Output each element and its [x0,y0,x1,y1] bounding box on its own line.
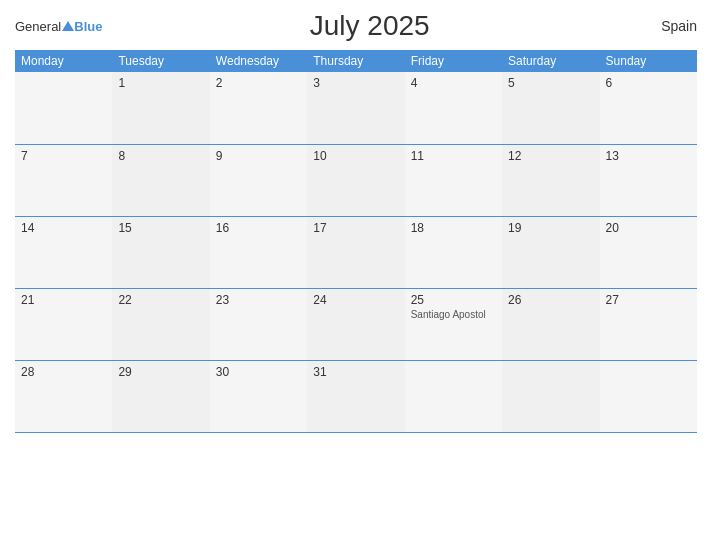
day-number: 29 [118,365,203,379]
calendar-cell: 19 [502,216,599,288]
calendar-cell: 5 [502,72,599,144]
calendar-cell: 9 [210,144,307,216]
day-number: 15 [118,221,203,235]
logo-triangle-icon [62,21,74,31]
day-number: 11 [411,149,496,163]
calendar-week-row: 14151617181920 [15,216,697,288]
weekday-header: Tuesday [112,50,209,72]
day-number: 20 [606,221,691,235]
calendar-week-row: 2122232425Santiago Apostol2627 [15,288,697,360]
calendar-cell: 12 [502,144,599,216]
weekday-header: Sunday [600,50,697,72]
day-number: 3 [313,76,398,90]
calendar-cell: 22 [112,288,209,360]
calendar-cell: 28 [15,360,112,432]
day-number: 10 [313,149,398,163]
calendar-header: General Blue July 2025 Spain [15,10,697,42]
calendar-cell: 7 [15,144,112,216]
weekday-header: Friday [405,50,502,72]
calendar-cell: 20 [600,216,697,288]
day-number: 22 [118,293,203,307]
calendar-cell [600,360,697,432]
calendar-cell: 17 [307,216,404,288]
day-number: 21 [21,293,106,307]
calendar-week-row: 78910111213 [15,144,697,216]
country-label: Spain [637,18,697,34]
day-number: 13 [606,149,691,163]
calendar-week-row: 28293031 [15,360,697,432]
day-number: 7 [21,149,106,163]
calendar-cell: 2 [210,72,307,144]
day-number: 19 [508,221,593,235]
calendar-cell: 3 [307,72,404,144]
month-title: July 2025 [102,10,637,42]
calendar-cell: 1 [112,72,209,144]
calendar-cell: 18 [405,216,502,288]
calendar-week-row: 123456 [15,72,697,144]
day-number: 17 [313,221,398,235]
day-number: 4 [411,76,496,90]
calendar-cell: 4 [405,72,502,144]
day-number: 25 [411,293,496,307]
day-number: 28 [21,365,106,379]
day-number: 16 [216,221,301,235]
calendar-table: MondayTuesdayWednesdayThursdayFridaySatu… [15,50,697,433]
day-number: 30 [216,365,301,379]
calendar-cell: 25Santiago Apostol [405,288,502,360]
calendar-cell: 21 [15,288,112,360]
day-number: 14 [21,221,106,235]
calendar-cell [405,360,502,432]
calendar-cell [15,72,112,144]
calendar-cell: 23 [210,288,307,360]
day-number: 1 [118,76,203,90]
day-number: 18 [411,221,496,235]
day-number: 6 [606,76,691,90]
day-number: 27 [606,293,691,307]
calendar-cell: 30 [210,360,307,432]
weekday-header-row: MondayTuesdayWednesdayThursdayFridaySatu… [15,50,697,72]
event-label: Santiago Apostol [411,309,496,320]
logo-blue-text: Blue [74,20,102,33]
day-number: 5 [508,76,593,90]
weekday-header: Wednesday [210,50,307,72]
day-number: 31 [313,365,398,379]
calendar-cell: 31 [307,360,404,432]
day-number: 12 [508,149,593,163]
day-number: 24 [313,293,398,307]
calendar-cell [502,360,599,432]
calendar-cell: 27 [600,288,697,360]
day-number: 8 [118,149,203,163]
weekday-header: Saturday [502,50,599,72]
calendar-cell: 8 [112,144,209,216]
day-number: 9 [216,149,301,163]
weekday-header: Monday [15,50,112,72]
day-number: 23 [216,293,301,307]
calendar-cell: 11 [405,144,502,216]
day-number: 26 [508,293,593,307]
logo: General Blue [15,20,102,33]
calendar-cell: 16 [210,216,307,288]
calendar-cell: 6 [600,72,697,144]
weekday-header: Thursday [307,50,404,72]
day-number: 2 [216,76,301,90]
logo-general-text: General [15,20,61,33]
calendar-container: General Blue July 2025 Spain MondayTuesd… [0,0,712,550]
calendar-cell: 15 [112,216,209,288]
calendar-cell: 24 [307,288,404,360]
calendar-cell: 10 [307,144,404,216]
calendar-cell: 14 [15,216,112,288]
calendar-cell: 13 [600,144,697,216]
calendar-cell: 29 [112,360,209,432]
calendar-cell: 26 [502,288,599,360]
